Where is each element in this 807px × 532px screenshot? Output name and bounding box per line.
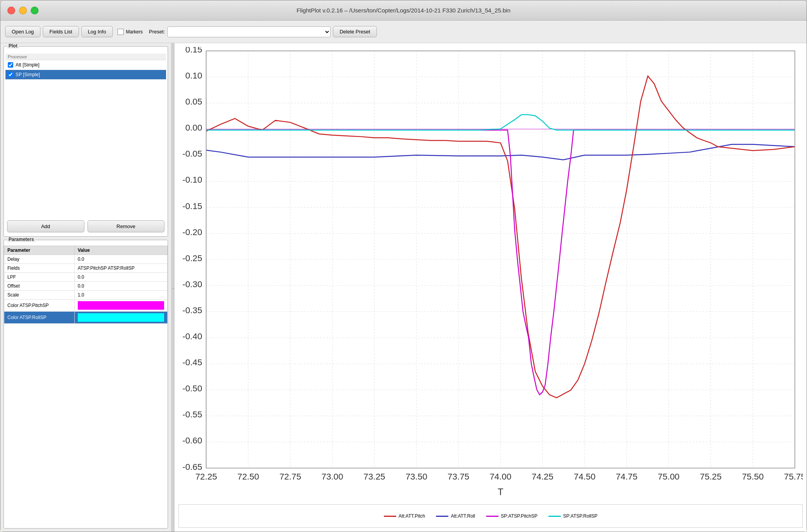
processor-label: Processor [5, 54, 166, 60]
svg-text:-0.15: -0.15 [182, 201, 202, 211]
table-row[interactable]: Color ATSP.PitchSP [4, 300, 168, 312]
params-table: Parameter Value Delay 0.0 Fields A [4, 246, 168, 324]
value-scale: 1.0 [74, 291, 167, 300]
table-row[interactable]: Scale 1.0 [4, 291, 168, 300]
svg-text:-0.55: -0.55 [182, 410, 202, 420]
svg-text:72.50: 72.50 [237, 472, 259, 482]
svg-text:75.00: 75.00 [658, 472, 679, 482]
svg-text:75.25: 75.25 [700, 472, 721, 482]
window-controls [7, 7, 39, 14]
markers-label: Markers [126, 29, 143, 35]
svg-text:75.50: 75.50 [742, 472, 764, 482]
value-color-pitch[interactable] [74, 300, 167, 312]
param-offset: Offset [4, 282, 75, 291]
preset-select[interactable] [167, 26, 331, 37]
svg-text:-0.40: -0.40 [182, 331, 202, 341]
maximize-button[interactable] [31, 7, 39, 14]
field-item-sp[interactable]: SP [Simple] [5, 70, 166, 80]
svg-text:0.15: 0.15 [185, 47, 202, 54]
field-label-att: Att [Simple] [16, 62, 39, 68]
plot-buttons: Add Remove [5, 218, 166, 235]
fields-list-button[interactable]: Fields List [43, 26, 79, 37]
param-lpf: LPF [4, 273, 75, 282]
add-button[interactable]: Add [7, 220, 84, 232]
resize-handle[interactable] [172, 43, 175, 532]
svg-text:-0.10: -0.10 [182, 175, 202, 185]
svg-text:-0.20: -0.20 [182, 227, 202, 237]
color-swatch-pitch [78, 301, 164, 310]
svg-text:74.75: 74.75 [616, 472, 637, 482]
delete-preset-button[interactable]: Delete Preset [333, 26, 377, 37]
svg-text:-0.05: -0.05 [182, 149, 202, 159]
svg-text:-0.65: -0.65 [182, 462, 202, 472]
table-row[interactable]: Fields ATSP.PitchSP ATSP.RollSP [4, 264, 168, 273]
svg-text:-0.25: -0.25 [182, 253, 202, 263]
table-row-selected[interactable]: Color ATSP.RollSP [4, 312, 168, 324]
parameters-section: Parameters Parameter Value Delay [4, 240, 168, 529]
legend-item-sp-pitch: SP:ATSP.PitchSP [486, 513, 537, 519]
value-offset: 0.0 [74, 282, 167, 291]
field-checkbox-att[interactable] [8, 62, 13, 68]
svg-text:73.00: 73.00 [321, 472, 343, 482]
svg-text:74.00: 74.00 [490, 472, 511, 482]
remove-button[interactable]: Remove [88, 220, 165, 232]
value-fields: ATSP.PitchSP ATSP.RollSP [74, 264, 167, 273]
legend-label-att-pitch: Att:ATT.Pitch [399, 513, 425, 519]
legend-line-sp-pitch [486, 516, 499, 517]
svg-text:74.50: 74.50 [574, 472, 595, 482]
color-swatch-roll [78, 313, 164, 322]
legend-line-att-pitch [384, 516, 396, 517]
minimize-button[interactable] [19, 7, 27, 14]
field-list: Att [Simple] SP [Simple] [5, 60, 166, 216]
legend-label-sp-pitch: SP:ATSP.PitchSP [501, 513, 537, 519]
table-row[interactable]: LPF 0.0 [4, 273, 168, 282]
param-color-roll: Color ATSP.RollSP [4, 312, 75, 324]
legend-line-sp-roll [548, 516, 561, 517]
preset-label: Preset: [149, 29, 165, 35]
plot-section: Plot Processor Att [Simple] SP [Simple] [4, 46, 168, 237]
svg-text:-0.50: -0.50 [182, 384, 202, 393]
table-row[interactable]: Delay 0.0 [4, 255, 168, 264]
title-bar: FlightPlot v.0.2.16 – /Users/ton/Copter/… [0, 0, 807, 21]
log-info-button[interactable]: Log Info [81, 26, 113, 37]
svg-text:75.75: 75.75 [784, 472, 803, 482]
svg-text:73.50: 73.50 [406, 472, 427, 482]
close-button[interactable] [7, 7, 15, 14]
param-delay: Delay [4, 255, 75, 264]
value-color-roll[interactable] [74, 312, 167, 324]
svg-text:0.10: 0.10 [185, 71, 202, 80]
svg-text:T: T [497, 487, 503, 497]
open-log-button[interactable]: Open Log [5, 26, 40, 37]
table-row[interactable]: Offset 0.0 [4, 282, 168, 291]
svg-text:-0.30: -0.30 [182, 279, 202, 289]
param-fields: Fields [4, 264, 75, 273]
legend-area: Att:ATT.Pitch Att:ATT.Roll SP:ATSP.Pitch… [179, 504, 803, 528]
svg-text:72.75: 72.75 [279, 472, 301, 482]
svg-text:0.00: 0.00 [185, 123, 202, 133]
legend-line-att-roll [436, 516, 448, 517]
value-delay: 0.0 [74, 255, 167, 264]
params-inner: Parameter Value Delay 0.0 Fields A [4, 240, 168, 528]
param-color-pitch: Color ATSP.PitchSP [4, 300, 75, 312]
toolbar: Open Log Fields List Log Info Markers Pr… [0, 21, 807, 43]
field-label-sp: SP [Simple] [16, 72, 40, 77]
svg-text:-0.35: -0.35 [182, 305, 202, 315]
param-col-header: Parameter [4, 246, 75, 255]
svg-text:-0.60: -0.60 [182, 436, 202, 446]
svg-text:0.05: 0.05 [185, 97, 202, 106]
right-panel: 0.15 0.10 0.05 0.00 -0.05 -0.10 -0.15 -0… [175, 43, 807, 532]
markers-area: Markers [117, 29, 143, 35]
legend-label-att-roll: Att:ATT.Roll [451, 513, 475, 519]
markers-checkbox[interactable] [117, 29, 124, 35]
value-lpf: 0.0 [74, 273, 167, 282]
chart-svg: 0.15 0.10 0.05 0.00 -0.05 -0.10 -0.15 -0… [179, 47, 803, 503]
legend-item-sp-roll: SP:ATSP.RollSP [548, 513, 597, 519]
value-col-header: Value [74, 246, 167, 255]
parameters-section-label: Parameters [7, 237, 35, 242]
legend-label-sp-roll: SP:ATSP.RollSP [563, 513, 597, 519]
field-checkbox-sp[interactable] [8, 72, 13, 77]
svg-text:73.75: 73.75 [448, 472, 469, 482]
field-item-att[interactable]: Att [Simple] [5, 60, 166, 70]
legend-item-att-pitch: Att:ATT.Pitch [384, 513, 425, 519]
param-scale: Scale [4, 291, 75, 300]
